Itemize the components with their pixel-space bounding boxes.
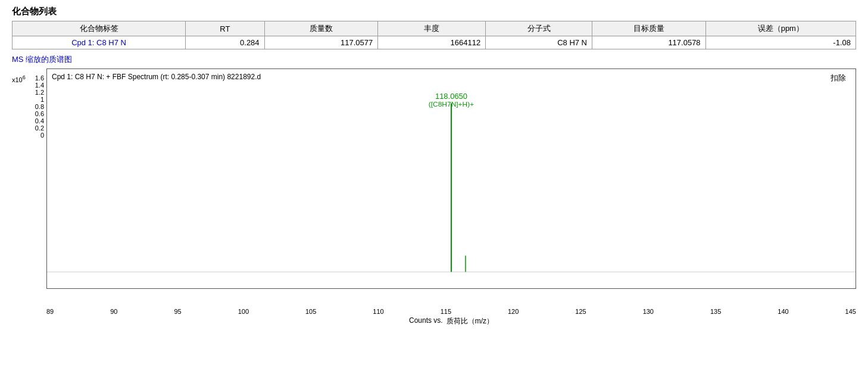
y-tick: 0 <box>40 132 44 139</box>
dismiss-button[interactable]: 扣除 <box>830 73 846 83</box>
x-tick: 100 <box>238 308 249 315</box>
x-tick: 105 <box>305 308 316 315</box>
col-header-rt: RT <box>186 21 265 36</box>
x-tick: 145 <box>845 308 856 315</box>
col-header-error: 误差（ppm） <box>705 21 855 36</box>
cell-target: 117.0578 <box>592 36 706 49</box>
col-header-target: 目标质量 <box>592 21 706 36</box>
x-tick: 95 <box>174 308 181 315</box>
cell-rt: 0.284 <box>186 36 265 49</box>
chart-container: x106 1.61.41.210.80.60.40.20 Cpd 1: C8 H… <box>12 68 856 331</box>
x-axis-area: 899095100105110115120125130135140145 Cou… <box>46 307 856 331</box>
table-row[interactable]: Cpd 1: C8 H7 N 0.284 117.0577 1664112 C8… <box>13 36 856 49</box>
x-tick: 89 <box>46 308 54 315</box>
chart-title: Cpd 1: C8 H7 N: + FBF Spectrum (rt: 0.28… <box>52 73 261 81</box>
svg-text:([C8H7N]+H)+: ([C8H7N]+H)+ <box>429 101 474 107</box>
y-tick: 0.2 <box>35 124 44 132</box>
x-tick: 135 <box>710 308 721 315</box>
chart-plot-box: Cpd 1: C8 H7 N: + FBF Spectrum (rt: 0.28… <box>46 68 856 289</box>
x-tick: 140 <box>778 308 788 315</box>
svg-text:118.0650: 118.0650 <box>435 93 467 101</box>
x-tick: 120 <box>508 308 519 315</box>
compound-table: 化合物标签 RT 质量数 丰度 分子式 目标质量 误差（ppm） Cpd 1: … <box>12 21 856 49</box>
y-tick: 1.2 <box>35 89 44 96</box>
y-tick: 1 <box>40 96 44 103</box>
y-tick: 0.8 <box>35 103 44 110</box>
x-axis-label: Counts vs. 质荷比（m/z） <box>46 316 856 326</box>
x-tick: 115 <box>441 308 451 315</box>
x-axis-ticks: 899095100105110115120125130135140145 <box>46 307 856 315</box>
y-tick: 0.6 <box>35 110 44 117</box>
y-axis-multiplier: x106 <box>12 74 26 84</box>
y-tick: 0.4 <box>35 117 44 124</box>
y-tick: 1.6 <box>35 74 44 82</box>
page-title: 化合物列表 <box>12 6 856 17</box>
col-header-formula: 分子式 <box>486 21 592 36</box>
cell-name: Cpd 1: C8 H7 N <box>13 36 186 49</box>
x-tick: 125 <box>575 308 586 315</box>
cell-abundance: 1664112 <box>378 36 486 49</box>
cell-mass: 117.0577 <box>264 36 378 49</box>
col-header-abundance: 丰度 <box>378 21 486 36</box>
x-tick: 90 <box>110 308 117 315</box>
x-tick: 130 <box>643 308 654 315</box>
cell-error: -1.08 <box>705 36 855 49</box>
y-tick: 1.4 <box>35 82 44 89</box>
chart-svg-area: 118.0650 ([C8H7N]+H)+ <box>47 87 855 288</box>
section-label: MS 缩放的质谱图 <box>12 54 856 65</box>
col-header-mass: 质量数 <box>264 21 378 36</box>
x-tick: 110 <box>373 308 383 315</box>
col-header-name: 化合物标签 <box>13 21 186 36</box>
cell-formula: C8 H7 N <box>486 36 592 49</box>
